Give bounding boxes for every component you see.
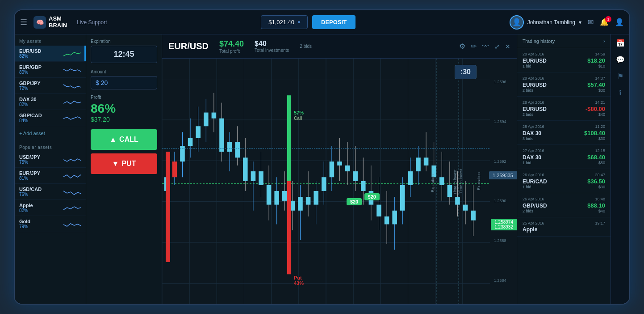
chart-bids: 2 bids: [300, 44, 312, 49]
history-item-4[interactable]: 28 Apr 2016 11:20 DAX 30 3 bids $108.40 …: [517, 121, 611, 145]
profit-label: Profit: [91, 95, 157, 100]
asset-name-dax30: DAX 30: [19, 97, 37, 102]
calendar-icon[interactable]: 📅: [616, 39, 625, 47]
call-pct-label: 57% Call: [294, 110, 304, 121]
sparkline-eurusd: [63, 50, 81, 58]
history-pair-3: EUR/USD: [523, 106, 547, 112]
mail-icon[interactable]: ✉: [588, 18, 594, 26]
live-support-label[interactable]: Live Support: [77, 19, 107, 25]
history-item-7[interactable]: 26 Apr 2016 16:48 GBP/USD 2 bids $88.10 …: [517, 193, 611, 217]
asset-item-eurusd[interactable]: EUR/USD 82%: [15, 46, 86, 62]
topbar-left: ☰ 🧠 ASM BRAIN Live Support: [20, 16, 107, 29]
history-invest-5: $50: [587, 161, 605, 165]
history-row2-7: GBP/USD 2 bids $88.10 $40: [523, 202, 605, 213]
chart-body: :30 1.259335 1.258974 1.238932 $20 $20 5…: [162, 59, 517, 304]
asset-item-gbpcad[interactable]: GBP/CAD 84%: [15, 110, 86, 126]
chart-area: EUR/USD $74.40 Total profit $40 Total in…: [162, 34, 517, 304]
history-header: Trading history ›: [517, 34, 611, 48]
sparkline-gbpjpy: [63, 82, 81, 90]
history-profit-1: $18.20: [587, 57, 605, 64]
put-arrow-icon: ▼: [112, 160, 119, 168]
asset-item-gbpjpy[interactable]: GBP/JPY 72%: [15, 78, 86, 94]
asset-item-dax30[interactable]: DAX 30 82%: [15, 94, 86, 110]
chart-tools: ⚙ ✏ 〰 ⤢ ✕: [459, 42, 510, 51]
put-button[interactable]: ▼ PUT: [91, 153, 157, 174]
chart-close-icon[interactable]: ✕: [505, 43, 510, 50]
invest-marker-2: $20: [364, 193, 380, 200]
history-item-8[interactable]: 25 Apr 2016 19:17 Apple: [517, 217, 611, 237]
asset-item-gold[interactable]: Gold 79%: [15, 216, 86, 232]
avatar: 👤: [510, 15, 524, 30]
history-bids-1: 1 bid: [523, 64, 547, 68]
menu-icon[interactable]: ☰: [20, 17, 27, 27]
entry-price-label: 1.258974 1.238932: [491, 219, 517, 230]
sparkline-usdjpy: [63, 156, 81, 164]
history-row2-8: Apple: [523, 226, 605, 233]
amount-currency: $: [96, 79, 99, 86]
history-profit-3: -$80.00: [585, 106, 605, 112]
asset-pct-eurjpy: 81%: [19, 176, 40, 181]
asset-pct-gbpjpy: 72%: [19, 86, 41, 91]
indicators-icon[interactable]: ⚙: [459, 42, 465, 51]
history-pair-8: Apple: [523, 226, 537, 233]
history-title: Trading history: [523, 38, 555, 44]
history-invest-2: $30: [587, 88, 605, 93]
asset-pct-gold: 79%: [19, 224, 30, 229]
history-arrow-icon[interactable]: ›: [603, 38, 605, 44]
history-date-8: 25 Apr 2016: [523, 221, 544, 225]
sparkline-gbpcad: [63, 114, 81, 122]
asset-name-eurjpy: EUR/JPY: [19, 170, 40, 176]
sidebar: My assets EUR/USD 82% EUR/GBP 80%: [15, 34, 86, 304]
history-item-5[interactable]: 27 Apr 2016 12:15 DAX 30 1 bid $68.40 $5…: [517, 145, 611, 169]
amount-value: 20: [101, 79, 108, 86]
history-time-3: 14:21: [595, 100, 605, 105]
history-time-8: 19:17: [595, 221, 605, 225]
asset-item-usdjpy[interactable]: USD/JPY 75%: [15, 152, 86, 168]
right-icons-panel: 📅 💬 ⚑ ℹ: [611, 34, 629, 304]
history-invest-4: $30: [584, 136, 605, 141]
add-asset-button[interactable]: + Add asset: [15, 126, 86, 140]
asset-name-gbpjpy: GBP/JPY: [19, 81, 41, 86]
info-icon[interactable]: ℹ: [619, 89, 622, 97]
chart-total-invest: $40: [255, 40, 289, 48]
asset-item-eurjpy[interactable]: EUR/JPY 81%: [15, 168, 86, 184]
logo-text: ASM BRAIN: [49, 16, 67, 29]
logo-icon: 🧠: [33, 16, 46, 29]
put-label: PUT: [121, 160, 136, 168]
total-profit-label: Total profit: [219, 49, 244, 54]
history-item-3[interactable]: 28 Apr 2016 14:21 EUR/USD 2 bids -$80.00…: [517, 97, 611, 121]
history-profit-2: $57.40: [587, 81, 605, 88]
flag-icon[interactable]: ⚑: [617, 72, 623, 81]
user-account-icon[interactable]: 👤: [615, 18, 624, 26]
asset-pct-eurusd: 82%: [19, 54, 42, 59]
user-info[interactable]: 👤 Johnathan Tambling ▾: [510, 15, 581, 30]
history-pair-7: GBP/USD: [523, 203, 547, 209]
notification-icon[interactable]: 🔔 1: [600, 18, 609, 26]
asset-item-eurgbp[interactable]: EUR/GBP 80%: [15, 62, 86, 78]
chat-icon[interactable]: 💬: [616, 55, 625, 64]
topbar-center: $1,021.40 ▾ DEPOSIT: [107, 15, 510, 29]
history-item-2[interactable]: 28 Apr 2016 14:37 EUR/USD 2 bids $57.40 …: [517, 72, 611, 97]
expiration-vertical-label: Expiration: [477, 172, 481, 190]
history-panel: Trading history › 28 Apr 2016 14:59 EUR/…: [517, 34, 611, 304]
expiration-value[interactable]: 12:45: [91, 46, 157, 63]
asset-name-gbpcad: GBP/CAD: [19, 113, 42, 118]
sparkline-usdcad: [63, 188, 81, 196]
history-invest-7: $40: [587, 209, 605, 213]
asset-name-usdcad: USD/CAD: [19, 187, 42, 192]
history-item-6[interactable]: 26 Apr 2016 20:47 EUR/CAD 1 bid $36.50 $…: [517, 169, 611, 193]
maximize-icon[interactable]: ⤢: [494, 43, 500, 50]
amount-input[interactable]: $ 20: [91, 76, 157, 89]
history-invest-6: $30: [587, 185, 605, 189]
deposit-button[interactable]: DEPOSIT: [312, 15, 355, 29]
asset-item-usdcad[interactable]: USD/CAD 76%: [15, 184, 86, 200]
wave-icon[interactable]: 〰: [482, 42, 489, 51]
history-item-1[interactable]: 28 Apr 2016 14:59 EUR/USD 1 bid $18.20 $…: [517, 48, 611, 72]
history-time-1: 14:59: [595, 52, 605, 56]
balance-button[interactable]: $1,021.40 ▾: [261, 15, 308, 29]
device-frame: ☰ 🧠 ASM BRAIN Live Support $1,021.40 ▾ D…: [14, 9, 630, 305]
chart-header: EUR/USD $74.40 Total profit $40 Total in…: [162, 34, 517, 59]
call-button[interactable]: ▲ CALL: [91, 129, 157, 150]
draw-icon[interactable]: ✏: [471, 42, 477, 51]
asset-item-apple[interactable]: Apple 82%: [15, 200, 86, 216]
